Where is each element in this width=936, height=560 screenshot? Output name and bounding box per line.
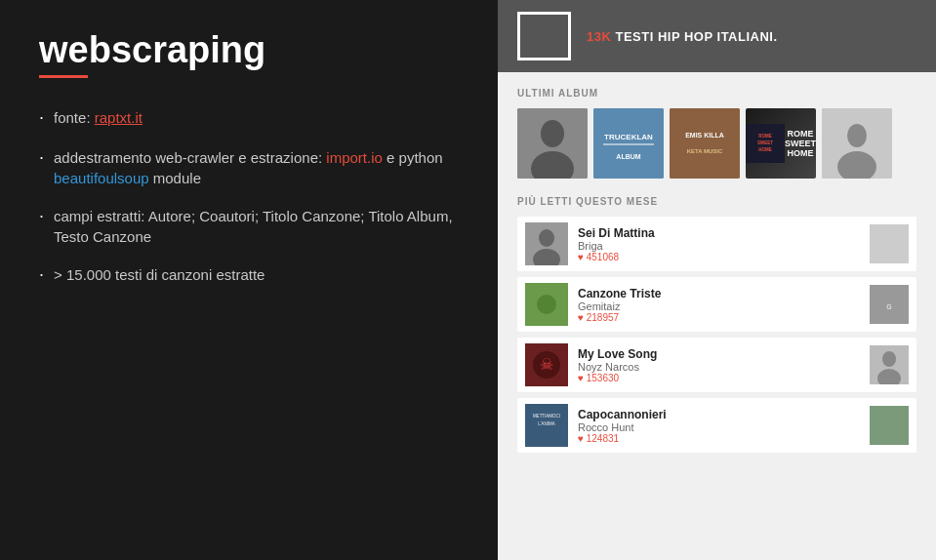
song-right-thumb: G	[870, 285, 909, 324]
svg-text:G: G	[886, 303, 891, 310]
svg-text:HOME: HOME	[758, 147, 771, 152]
album-thumb[interactable]	[517, 108, 588, 179]
svg-point-22	[537, 295, 556, 314]
album-thumb[interactable]: EMIS KILLAKETA MUSIC	[670, 108, 740, 179]
bullet-dot: ·	[39, 105, 44, 130]
song-title: Canzone Triste	[578, 287, 860, 300]
albums-row: TRUCEKLANALBUM EMIS KILLAKETA MUSIC ROME…	[517, 108, 916, 179]
album-thumb[interactable]: ROMESWEETHOME	[746, 108, 816, 179]
svg-rect-5	[603, 143, 654, 145]
song-info: Capocannonieri Rocco Hunt ♥ 124831	[578, 408, 860, 444]
svg-text:METTIAMOCI: METTIAMOCI	[533, 414, 560, 419]
beautifoulsoup-link: beautifoulsoup	[54, 170, 149, 186]
song-item[interactable]: Canzone Triste Gemitaiz ♥ 218957 G	[517, 277, 916, 332]
fonte-text: fonte: raptxt.it	[54, 107, 142, 128]
song-title: Sei Di Mattina	[578, 226, 860, 240]
song-right-thumb	[870, 406, 909, 445]
addestramento-text: addestramento web-crawler e estrazione: …	[54, 147, 459, 188]
svg-text:ROME: ROME	[758, 134, 771, 139]
bullet-dot: ·	[39, 204, 44, 228]
song-likes: ♥ 124831	[578, 433, 860, 444]
song-title: Capocannonieri	[578, 408, 860, 421]
song-item[interactable]: Sei Di Mattina Briga ♥ 451068	[517, 217, 916, 271]
list-item: · > 15.000 testi di canzoni estratte	[39, 264, 459, 287]
song-item[interactable]: METTIAMOCIL'ANIMA Capocannonieri Rocco H…	[517, 398, 916, 453]
song-info: Canzone Triste Gemitaiz ♥ 218957	[578, 287, 860, 323]
song-thumb	[525, 222, 568, 265]
bullet-dot: ·	[39, 145, 44, 170]
song-likes: ♥ 153630	[578, 373, 860, 383]
svg-point-15	[847, 124, 867, 147]
header-text: 13K TESTI HIP HOP ITALIANI.	[587, 29, 778, 44]
svg-rect-34	[870, 406, 909, 445]
albums-section-label: ULTIMI ALBUM	[517, 88, 916, 99]
list-item: · addestramento web-crawler e estrazione…	[39, 147, 459, 188]
song-right-thumb	[870, 224, 909, 263]
list-item: · campi estratti: Autore; Coautori; Tito…	[39, 206, 459, 247]
album-thumb[interactable]: TRUCEKLANALBUM	[593, 108, 664, 179]
right-panel: 13K TESTI HIP HOP ITALIANI. ULTIMI ALBUM…	[498, 0, 936, 560]
logo-box	[517, 12, 571, 60]
song-artist: Noyz Narcos	[578, 361, 860, 373]
bullet-list: · fonte: raptxt.it · addestramento web-c…	[39, 107, 459, 287]
svg-rect-20	[870, 224, 909, 263]
most-read-label: PIÙ LETTI QUESTO MESE	[517, 196, 916, 207]
svg-point-29	[882, 351, 896, 367]
testi-text: > 15.000 testi di canzoni estratte	[54, 264, 265, 285]
header-count: 13K	[587, 29, 611, 44]
right-header: 13K TESTI HIP HOP ITALIANI.	[498, 0, 936, 72]
svg-text:SWEET: SWEET	[757, 140, 773, 145]
svg-point-1	[541, 120, 564, 147]
bullet-dot: ·	[39, 262, 44, 287]
song-thumb: ☠	[525, 343, 568, 386]
song-likes: ♥ 451068	[578, 252, 860, 262]
svg-text:L'ANIMA: L'ANIMA	[538, 421, 555, 426]
song-info: Sei Di Mattina Briga ♥ 451068	[578, 226, 860, 262]
left-panel: webscraping · fonte: raptxt.it · addestr…	[0, 0, 498, 560]
song-artist: Briga	[578, 240, 860, 252]
song-thumb: METTIAMOCIL'ANIMA	[525, 404, 568, 447]
song-item[interactable]: ☠ My Love Song Noyz Narcos ♥ 153630	[517, 338, 916, 392]
song-artist: Gemitaiz	[578, 300, 860, 312]
raptxt-link[interactable]: raptxt.it	[95, 109, 142, 126]
importio-link: import.io	[326, 149, 383, 166]
song-likes: ♥ 218957	[578, 312, 860, 323]
campi-text: campi estratti: Autore; Coautori; Titolo…	[54, 206, 459, 247]
svg-point-18	[539, 229, 554, 247]
song-thumb	[525, 283, 568, 326]
svg-text:EMIS KILLA: EMIS KILLA	[685, 132, 724, 139]
site-title: webscraping	[39, 29, 459, 71]
song-artist: Rocco Hunt	[578, 421, 860, 433]
svg-text:KETA MUSIC: KETA MUSIC	[687, 148, 723, 154]
svg-text:TRUCEKLAN: TRUCEKLAN	[604, 133, 653, 141]
header-label: TESTI HIP HOP ITALIANI.	[611, 29, 777, 44]
song-right-thumb	[870, 345, 909, 384]
title-underline	[39, 75, 88, 78]
svg-rect-7	[670, 108, 740, 179]
right-content: ULTIMI ALBUM TRUCEKLANALBUM EMIS KILLAKE…	[498, 72, 936, 560]
svg-text:☠: ☠	[540, 356, 553, 373]
song-info: My Love Song Noyz Narcos ♥ 153630	[578, 347, 860, 383]
list-item: · fonte: raptxt.it	[39, 107, 459, 130]
album-thumb[interactable]	[822, 108, 892, 179]
song-title: My Love Song	[578, 347, 860, 361]
svg-text:ALBUM: ALBUM	[616, 153, 640, 160]
